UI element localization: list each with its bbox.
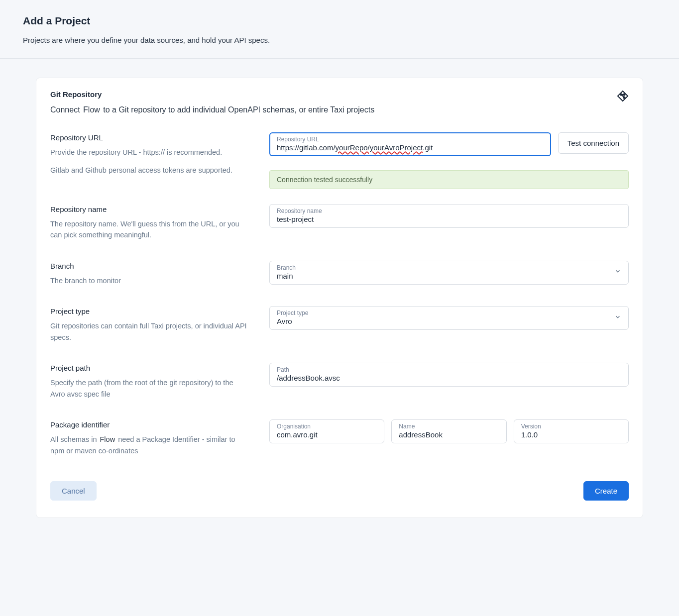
float-label-project-type: Project type bbox=[277, 309, 610, 316]
input-repository-url[interactable]: Repository URL https://gitlab.com/yourRe… bbox=[269, 132, 551, 156]
input-name[interactable]: Name addressBook bbox=[391, 419, 506, 443]
value-organisation: com.avro.git bbox=[277, 430, 377, 439]
git-repository-card: Git Repository Connect Flow to a Git rep… bbox=[36, 78, 643, 518]
desc-repository-url-2: Gitlab and Github personal access tokens… bbox=[50, 165, 249, 176]
row-project-path: Project path Specify the path (from the … bbox=[50, 363, 629, 400]
desc-repository-name: The repository name. We'll guess this fr… bbox=[50, 218, 249, 241]
label-project-path: Project path bbox=[50, 364, 249, 372]
footer: Cancel Create bbox=[50, 481, 629, 501]
label-repository-url: Repository URL bbox=[50, 133, 249, 142]
chevron-down-icon bbox=[614, 268, 621, 276]
label-package-identifier: Package identifier bbox=[50, 420, 249, 429]
select-branch[interactable]: Branch main bbox=[269, 261, 629, 285]
desc-repository-url-1: Provide the repository URL - https:// is… bbox=[50, 147, 249, 158]
float-label-path: Path bbox=[277, 366, 621, 373]
input-organisation[interactable]: Organisation com.avro.git bbox=[269, 419, 384, 443]
value-name: addressBook bbox=[399, 430, 499, 439]
row-branch: Branch The branch to monitor Branch main bbox=[50, 261, 629, 286]
value-repo-url: https://gitlab.com/yourRepo/yourAvroProj… bbox=[277, 143, 544, 152]
connect-text-post: to a Git repository to add individual Op… bbox=[103, 105, 374, 114]
row-repository-name: Repository name The repository name. We'… bbox=[50, 204, 629, 241]
value-repo-name: test-project bbox=[277, 215, 621, 223]
content: Git Repository Connect Flow to a Git rep… bbox=[0, 59, 679, 537]
chevron-down-icon bbox=[614, 313, 621, 322]
page-title: Add a Project bbox=[23, 15, 656, 27]
label-project-type: Project type bbox=[50, 307, 249, 315]
float-label-version: Version bbox=[521, 423, 621, 430]
flow-chip: Flow bbox=[99, 434, 116, 445]
label-repository-name: Repository name bbox=[50, 205, 249, 213]
float-label-repo-url: Repository URL bbox=[277, 136, 544, 143]
git-icon bbox=[617, 90, 629, 102]
input-project-path[interactable]: Path /addressBook.avsc bbox=[269, 363, 629, 387]
desc-project-type: Git repositories can contain full Taxi p… bbox=[50, 320, 249, 343]
value-version: 1.0.0 bbox=[521, 430, 621, 439]
select-project-type[interactable]: Project type Avro bbox=[269, 306, 629, 330]
page-header: Add a Project Projects are where you def… bbox=[0, 0, 679, 59]
value-path: /addressBook.avsc bbox=[277, 374, 621, 382]
value-branch: main bbox=[277, 272, 610, 280]
row-repository-url: Repository URL Provide the repository UR… bbox=[50, 132, 629, 189]
desc-package-identifier: All schemas in Flow need a Package Ident… bbox=[50, 434, 249, 456]
row-project-type: Project type Git repositories can contai… bbox=[50, 306, 629, 343]
connect-text-pre: Connect bbox=[50, 105, 82, 114]
desc-branch: The branch to monitor bbox=[50, 275, 249, 286]
flow-chip: Flow bbox=[82, 105, 101, 114]
value-project-type: Avro bbox=[277, 317, 610, 325]
input-repository-name[interactable]: Repository name test-project bbox=[269, 204, 629, 228]
input-version[interactable]: Version 1.0.0 bbox=[514, 419, 629, 443]
float-label-name: Name bbox=[399, 423, 499, 430]
card-subtitle: Connect Flow to a Git repository to add … bbox=[50, 105, 374, 114]
float-label-repo-name: Repository name bbox=[277, 207, 621, 214]
row-package-identifier: Package identifier All schemas in Flow n… bbox=[50, 419, 629, 456]
connection-status: Connection tested successfully bbox=[269, 170, 629, 189]
cancel-button[interactable]: Cancel bbox=[50, 481, 97, 501]
card-title: Git Repository bbox=[50, 90, 374, 99]
float-label-organisation: Organisation bbox=[277, 423, 377, 430]
page-subtitle: Projects are where you define your data … bbox=[23, 36, 656, 44]
create-button[interactable]: Create bbox=[583, 481, 629, 501]
desc-project-path: Specify the path (from the root of the g… bbox=[50, 377, 249, 400]
label-branch: Branch bbox=[50, 262, 249, 270]
float-label-branch: Branch bbox=[277, 264, 610, 271]
test-connection-button[interactable]: Test connection bbox=[558, 132, 629, 154]
